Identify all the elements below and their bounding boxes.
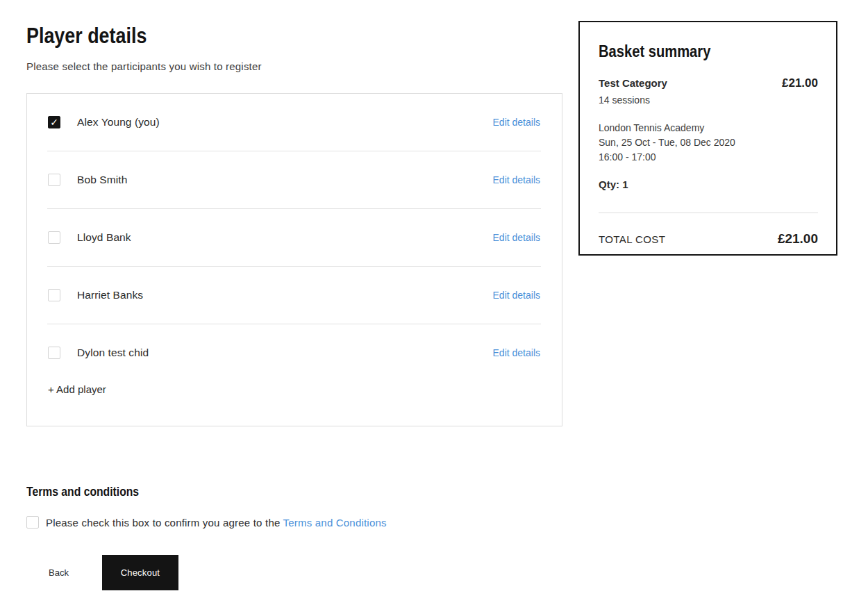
edit-details-link[interactable]: Edit details — [493, 174, 540, 185]
terms-text: Please check this box to confirm you agr… — [46, 517, 387, 529]
basket-item-name: Test Category — [599, 77, 667, 89]
basket-summary-panel: Basket summary Test Category £21.00 14 s… — [578, 21, 837, 256]
player-checkbox[interactable]: ✓ — [48, 174, 60, 186]
player-name: Harriet Banks — [77, 289, 143, 301]
player-row: ✓ Dylon test chid Edit details — [27, 324, 562, 381]
basket-time: 16:00 - 17:00 — [599, 150, 818, 165]
terms-title: Terms and conditions — [26, 484, 387, 499]
back-button[interactable]: Back — [49, 567, 69, 578]
player-checkbox[interactable]: ✓ — [48, 116, 60, 128]
terms-section: Terms and conditions ✓ Please check this… — [26, 484, 387, 529]
basket-sessions: 14 sessions — [599, 94, 818, 106]
total-cost-label: TOTAL COST — [599, 233, 665, 245]
basket-title: Basket summary — [599, 42, 818, 61]
terms-and-conditions-link[interactable]: Terms and Conditions — [283, 517, 387, 529]
basket-item-price: £21.00 — [782, 76, 818, 90]
basket-item-row: Test Category £21.00 — [599, 76, 818, 90]
player-name: Lloyd Bank — [77, 231, 131, 244]
basket-total-row: TOTAL COST £21.00 — [599, 231, 818, 247]
basket-venue: London Tennis Academy — [599, 121, 818, 135]
player-checkbox[interactable]: ✓ — [48, 347, 60, 359]
checkout-button[interactable]: Checkout — [102, 555, 178, 590]
player-row: ✓ Lloyd Bank Edit details — [27, 209, 562, 266]
player-row: ✓ Alex Young (you) Edit details — [27, 94, 562, 151]
edit-details-link[interactable]: Edit details — [493, 117, 540, 128]
player-row: ✓ Bob Smith Edit details — [27, 151, 562, 208]
page-subtitle: Please select the participants you wish … — [26, 60, 562, 72]
add-player-button[interactable]: + Add player — [27, 381, 106, 426]
total-cost-value: £21.00 — [778, 231, 818, 247]
terms-checkbox[interactable]: ✓ — [26, 516, 39, 529]
player-name: Alex Young (you) — [77, 116, 160, 128]
player-checkbox[interactable]: ✓ — [48, 231, 60, 244]
edit-details-link[interactable]: Edit details — [493, 232, 540, 243]
actions-bar: Back Checkout — [26, 555, 178, 590]
player-name: Dylon test chid — [77, 347, 149, 359]
page-title: Player details — [26, 23, 562, 49]
player-details-section: Player details Please select the partici… — [26, 23, 562, 426]
checkmark-icon: ✓ — [49, 117, 60, 128]
edit-details-link[interactable]: Edit details — [493, 347, 540, 358]
basket-dates: Sun, 25 Oct - Tue, 08 Dec 2020 — [599, 135, 818, 150]
player-row: ✓ Harriet Banks Edit details — [27, 267, 562, 324]
player-name: Bob Smith — [77, 174, 127, 186]
player-checkbox[interactable]: ✓ — [48, 289, 60, 301]
terms-row: ✓ Please check this box to confirm you a… — [26, 516, 387, 529]
edit-details-link[interactable]: Edit details — [493, 290, 540, 301]
basket-event-details: London Tennis Academy Sun, 25 Oct - Tue,… — [599, 121, 818, 165]
divider — [599, 213, 818, 213]
basket-qty: Qty: 1 — [599, 178, 818, 190]
player-list: ✓ Alex Young (you) Edit details ✓ Bob Sm… — [26, 93, 562, 426]
